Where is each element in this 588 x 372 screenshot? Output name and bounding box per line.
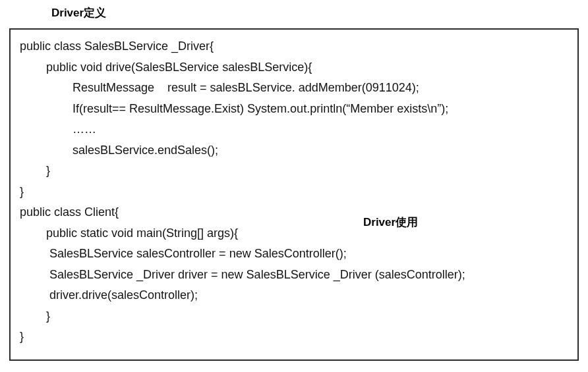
code-line: If(result== ResultMessage.Exist) System.…: [15, 99, 573, 120]
label-driver-usage: Driver使用: [363, 213, 418, 232]
label-driver-definition: Driver定义: [51, 5, 579, 20]
code-line: SalesBLService salesController = new Sal…: [15, 244, 573, 265]
code-line: }: [15, 161, 573, 182]
code-line: public class Client{: [15, 202, 573, 223]
code-line: }: [15, 182, 573, 203]
code-line: ResultMessage result = salesBLService. a…: [15, 78, 573, 99]
code-line: salesBLService.endSales();: [15, 140, 573, 161]
code-container: public class SalesBLService _Driver{ pub…: [9, 28, 579, 361]
code-line: driver.drive(salesController);: [15, 285, 573, 306]
code-line: ……: [15, 119, 573, 140]
code-line: public static void main(String[] args){: [15, 223, 573, 244]
code-line: }: [15, 327, 573, 348]
code-line: public class SalesBLService _Driver{: [15, 36, 573, 57]
code-line: SalesBLService _Driver driver = new Sale…: [15, 265, 573, 286]
code-line: }: [15, 306, 573, 327]
code-line: public void drive(SalesBLService salesBL…: [15, 57, 573, 78]
